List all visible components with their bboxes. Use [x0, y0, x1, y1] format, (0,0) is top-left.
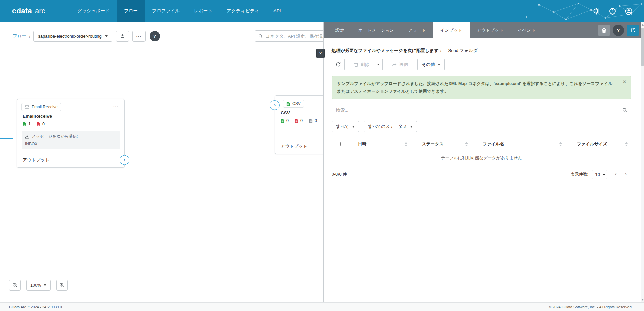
more-actions-dropdown[interactable]: その他: [417, 59, 445, 70]
select-all-cell: [332, 142, 347, 146]
nav-activity[interactable]: アクティビティ: [220, 0, 266, 22]
tab-automation[interactable]: オートメーション: [351, 22, 401, 38]
success-files-badge[interactable]: 1: [23, 122, 31, 126]
breadcrumb-flows-link[interactable]: フロー: [13, 33, 26, 39]
receive-label: メッセージを次から受信:: [32, 134, 78, 139]
open-external-button[interactable]: [627, 25, 639, 36]
tab-output[interactable]: アウトプット: [470, 22, 511, 38]
node-title: CSV: [275, 109, 323, 117]
delete-options-dropdown[interactable]: [374, 59, 383, 70]
footer-version-text: CData Arc™ 2024 - 24.2.9039.0: [9, 305, 62, 309]
sort-icon: [625, 142, 628, 146]
queued-files-badge[interactable]: 0: [309, 118, 317, 123]
node-status-badges: 0 0 0: [275, 117, 323, 126]
input-tab-content: 処理が必要なファイルやメッセージを次に配置します： Send フォルダ: [324, 38, 644, 179]
flow-users-button[interactable]: [116, 31, 129, 42]
nav-flows[interactable]: フロー: [117, 0, 145, 22]
panel-action-buttons: ?: [598, 22, 644, 38]
nav-dashboard[interactable]: ダッシュボード: [70, 0, 117, 22]
zoom-level-dropdown[interactable]: 100%: [26, 280, 51, 291]
red-file-icon: [295, 119, 298, 123]
flow-canvas[interactable]: フロー / sapariba-electronic-order-routing …: [0, 22, 323, 302]
files-toolbar: 削除 送信 その他: [332, 59, 636, 70]
flow-name-dropdown[interactable]: sapariba-electronic-order-routing: [33, 31, 112, 42]
column-header-filename[interactable]: ファイル名: [471, 141, 566, 147]
success-count: 0: [286, 118, 289, 123]
connector-type-chip[interactable]: CSV: [283, 100, 304, 108]
cdata-arc-app: cdata arc ダッシュボード フロー プロファイル レポート アクティビテ…: [0, 0, 644, 311]
chevron-left-icon: ‹: [615, 171, 617, 177]
envelope-icon: [25, 105, 29, 109]
zoom-out-button[interactable]: [9, 280, 21, 291]
tab-input[interactable]: インプット: [433, 22, 470, 38]
queued-count: 0: [315, 118, 317, 123]
filter-status-dropdown[interactable]: すべてのステータス: [364, 121, 417, 132]
previous-page-button[interactable]: ‹: [611, 170, 621, 179]
green-file-icon: [286, 102, 290, 106]
node-output-row: アウトプット: [275, 139, 323, 154]
alert-close-button[interactable]: ×: [623, 79, 626, 85]
nav-reports[interactable]: レポート: [187, 0, 220, 22]
send-files-button[interactable]: 送信: [388, 59, 412, 70]
refresh-button[interactable]: [332, 59, 345, 70]
input-port[interactable]: ›: [270, 100, 280, 110]
question-mark-glyph: ?: [609, 8, 616, 15]
delete-connector-button[interactable]: [598, 25, 610, 36]
panel-tab-bar: 設定 オートメーション アラート インプット アウトプット イベント ?: [324, 22, 644, 38]
connector-search-input[interactable]: [266, 34, 323, 39]
top-navigation: cdata arc ダッシュボード フロー プロファイル レポート アクティビテ…: [0, 0, 644, 22]
trash-icon: [602, 28, 606, 33]
scrollbar-thumb[interactable]: [641, 28, 644, 66]
connector-node-email-receive[interactable]: Email Receive ... EmailReceive 1: [17, 99, 125, 168]
files-table: 日時 ステータス ファイル名 ファイルサイズ: [332, 138, 631, 164]
account-user-icon[interactable]: [624, 7, 633, 15]
sort-icon: [559, 142, 562, 146]
zoom-in-button[interactable]: [56, 280, 68, 291]
nav-api[interactable]: API: [266, 0, 288, 22]
tab-settings[interactable]: 設定: [328, 22, 351, 38]
zoom-controls: 100%: [9, 280, 68, 291]
chevron-down-icon: [410, 126, 413, 128]
breadcrumb-separator: /: [29, 34, 31, 39]
brand-logo[interactable]: cdata arc: [12, 7, 45, 16]
node-menu-ellipsis-icon[interactable]: ...: [112, 105, 120, 109]
scroll-down-arrow-icon[interactable]: [642, 299, 644, 301]
inbox-download-icon: [25, 134, 29, 139]
output-port[interactable]: ›: [120, 155, 129, 165]
connector-node-csv[interactable]: › CSV CSV: [275, 95, 323, 154]
help-icon[interactable]: ?: [608, 7, 616, 15]
nav-profiles[interactable]: プロファイル: [145, 0, 187, 22]
connector-type-chip[interactable]: Email Receive: [21, 103, 61, 111]
column-header-filesize[interactable]: ファイルサイズ: [566, 141, 631, 147]
panel-close-button[interactable]: ×: [316, 49, 325, 58]
panel-help-button[interactable]: ?: [613, 25, 624, 36]
error-count: 0: [42, 122, 45, 126]
select-all-checkbox[interactable]: [336, 142, 341, 146]
settings-gear-icon[interactable]: [592, 7, 600, 15]
error-files-badge[interactable]: 0: [37, 122, 45, 126]
file-search-group: [332, 105, 631, 115]
flow-more-options-button[interactable]: ...: [132, 31, 146, 42]
next-page-button[interactable]: ›: [621, 170, 631, 179]
file-search-button[interactable]: [619, 105, 631, 115]
page-size-controls: 表示件数: 10 ‹ ›: [571, 170, 631, 179]
column-header-status[interactable]: ステータス: [411, 141, 471, 147]
output-label: アウトプット: [23, 157, 50, 162]
alert-message: サンプルファイルがアップロードされました。接続されたXML Map コネクタは、…: [337, 81, 612, 94]
success-files-badge[interactable]: 0: [281, 118, 289, 123]
filter-type-dropdown[interactable]: すべて: [332, 121, 359, 132]
node-description: メッセージを次から受信: INBOX: [22, 131, 120, 149]
node-header: Email Receive ...: [17, 99, 124, 113]
tab-alerts[interactable]: アラート: [401, 22, 433, 38]
panel-scrollbar[interactable]: [641, 22, 644, 302]
page-size-select[interactable]: 10: [592, 170, 607, 179]
delete-label: 削除: [361, 62, 369, 68]
error-files-badge[interactable]: 0: [295, 118, 303, 123]
column-header-datetime[interactable]: 日時: [347, 141, 411, 147]
flow-help-button[interactable]: ?: [150, 31, 160, 41]
file-search-input[interactable]: [332, 105, 619, 115]
tab-events[interactable]: イベント: [511, 22, 543, 38]
pager: ‹ ›: [611, 170, 631, 179]
scroll-up-arrow-icon[interactable]: [642, 24, 644, 26]
delete-files-button[interactable]: 削除: [350, 59, 374, 70]
